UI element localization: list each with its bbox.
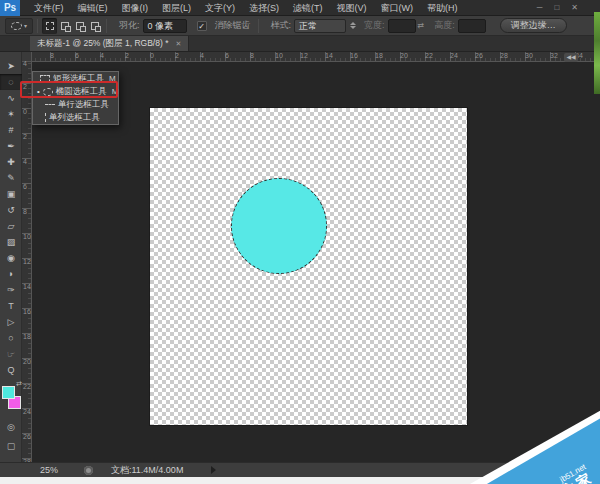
ruler-label: 2 xyxy=(175,52,179,59)
anti-alias-label: 消除锯齿 xyxy=(215,19,251,32)
ps-logo: Ps xyxy=(0,0,20,16)
type-tool[interactable]: T xyxy=(0,298,22,314)
eraser-tool[interactable]: ▱ xyxy=(0,218,22,234)
quick-selection-tool-icon: ✶ xyxy=(7,110,15,119)
ruler-label: 0 xyxy=(23,108,27,115)
style-dropdown[interactable]: 正常 xyxy=(294,19,346,33)
gradient-tool[interactable]: ▨ xyxy=(0,234,22,250)
document-tab[interactable]: 未标题-1 @ 25% (图层 1, RGB/8) * ✕ xyxy=(30,36,189,51)
shape-tool-icon: ○ xyxy=(8,334,13,343)
ruler-label: 18 xyxy=(375,52,383,59)
ruler-label: 24 xyxy=(23,408,31,415)
path-selection-tool[interactable]: ▷ xyxy=(0,314,22,330)
ruler-label: 8 xyxy=(50,52,54,59)
healing-brush-tool-icon: ✚ xyxy=(7,158,15,167)
menu-item[interactable]: 文件(F) xyxy=(28,0,70,16)
status-options-arrow-icon[interactable] xyxy=(211,466,216,474)
intersect-selection-icon xyxy=(91,22,99,30)
color-swatches: ⇄ xyxy=(0,384,22,416)
feather-label: 羽化: xyxy=(119,19,140,32)
anti-alias-checkbox[interactable]: ✓ xyxy=(197,21,207,31)
separator xyxy=(106,19,107,33)
blur-tool[interactable]: ◉ xyxy=(0,250,22,266)
ruler-label: 12 xyxy=(300,52,308,59)
height-input[interactable] xyxy=(458,19,486,33)
maximize-button[interactable]: □ xyxy=(554,1,559,15)
hand-tool-icon: ☞ xyxy=(7,350,15,359)
intersect-selection-button[interactable] xyxy=(87,18,102,34)
ruler-label: 20 xyxy=(23,358,31,365)
ruler-label: 14 xyxy=(23,283,31,290)
history-brush-tool[interactable]: ↺ xyxy=(0,202,22,218)
menu-item[interactable]: 窗口(W) xyxy=(375,0,420,16)
ruler-label: 8 xyxy=(23,208,27,215)
zoom-tool-icon: Q xyxy=(7,366,14,375)
quick-selection-tool[interactable]: ✶ xyxy=(0,106,22,122)
feather-input[interactable]: 0 像素 xyxy=(143,19,187,33)
tab-close-icon[interactable]: ✕ xyxy=(175,40,181,48)
vertical-ruler[interactable]: 420246810121416182022242628 xyxy=(22,62,32,462)
link-dimensions-icon[interactable]: ⇄ xyxy=(418,21,425,30)
screen-mode-button[interactable]: ▢ xyxy=(0,438,22,454)
ruler-label: 2 xyxy=(23,133,27,140)
menu-item[interactable]: 帮助(H) xyxy=(421,0,464,16)
dodge-tool[interactable]: ◗ xyxy=(0,266,22,282)
swap-colors-icon[interactable]: ⇄ xyxy=(16,380,22,388)
foreground-color-swatch[interactable] xyxy=(2,386,15,399)
lasso-tool[interactable]: ∿ xyxy=(0,90,22,106)
flyout-item[interactable]: 单行选框工具 xyxy=(33,98,118,111)
zoom-level-field[interactable]: 25% xyxy=(40,465,58,475)
ruler-label: 26 xyxy=(475,52,483,59)
menu-item[interactable]: 文字(Y) xyxy=(199,0,241,16)
menu-item[interactable]: 图层(L) xyxy=(156,0,197,16)
tool-highlight-box xyxy=(20,81,118,98)
horizontal-ruler[interactable]: 86420246810121416182022242628303234 xyxy=(32,52,600,62)
close-button[interactable]: ✕ xyxy=(571,1,578,15)
ruler-label: 4 xyxy=(200,52,204,59)
path-selection-tool-icon: ▷ xyxy=(8,318,15,327)
gradient-tool-icon: ▨ xyxy=(7,238,16,247)
menu-item[interactable]: 视图(V) xyxy=(331,0,373,16)
single-row-marquee-icon xyxy=(45,104,55,105)
menu-item[interactable]: 滤镜(T) xyxy=(287,0,329,16)
marquee-tool[interactable]: ◌ xyxy=(0,74,22,90)
brush-tool-icon: ✎ xyxy=(7,174,15,183)
hand-tool[interactable]: ☞ xyxy=(0,346,22,362)
menu-item[interactable]: 选择(S) xyxy=(243,0,285,16)
tool-preset-button[interactable]: ▾ xyxy=(5,18,33,34)
clone-stamp-tool[interactable]: ▣ xyxy=(0,186,22,202)
subtract-from-selection-button[interactable] xyxy=(72,18,87,34)
zoom-tool[interactable]: Q xyxy=(0,362,22,378)
menu-items: 文件(F)编辑(E)图像(I)图层(L)文字(Y)选择(S)滤镜(T)视图(V)… xyxy=(28,0,464,16)
ruler-label: 8 xyxy=(250,52,254,59)
refine-edge-button[interactable]: 调整边缘… xyxy=(500,18,567,33)
add-to-selection-button[interactable] xyxy=(57,18,72,34)
width-label: 宽度: xyxy=(364,19,385,32)
menu-item[interactable]: 编辑(E) xyxy=(72,0,114,16)
crop-tool[interactable]: # xyxy=(0,122,22,138)
ruler-label: 18 xyxy=(23,333,31,340)
new-selection-button[interactable] xyxy=(42,18,57,34)
healing-brush-tool[interactable]: ✚ xyxy=(0,154,22,170)
pen-tool[interactable]: ✑ xyxy=(0,282,22,298)
ruler-label: 4 xyxy=(23,158,27,165)
width-input[interactable] xyxy=(388,19,416,33)
shape-tool[interactable]: ○ xyxy=(0,330,22,346)
quick-mask-button[interactable]: ◎ xyxy=(0,419,22,435)
move-tool[interactable]: ➤ xyxy=(0,58,22,74)
ruler-label: 16 xyxy=(350,52,358,59)
ruler-label: 20 xyxy=(400,52,408,59)
minimize-button[interactable]: ─ xyxy=(537,1,543,15)
ruler-label: 12 xyxy=(23,258,31,265)
stepper-arrows-icon[interactable] xyxy=(350,22,356,29)
flyout-item[interactable]: 单列选框工具 xyxy=(33,111,118,124)
brush-tool[interactable]: ✎ xyxy=(0,170,22,186)
menu-item[interactable]: 图像(I) xyxy=(116,0,155,16)
panel-collapse-button[interactable]: ◀◀ xyxy=(564,53,578,62)
canvas-checkerboard[interactable] xyxy=(150,108,467,425)
selection-circle[interactable] xyxy=(231,178,327,274)
ruler-label: 28 xyxy=(500,52,508,59)
ruler-label: 6 xyxy=(75,52,79,59)
toolbar: ➤◌∿✶#✒✚✎▣↺▱▨◉◗✑T▷○☞Q ⇄ ◎ ▢ xyxy=(0,52,22,462)
eyedropper-tool[interactable]: ✒ xyxy=(0,138,22,154)
